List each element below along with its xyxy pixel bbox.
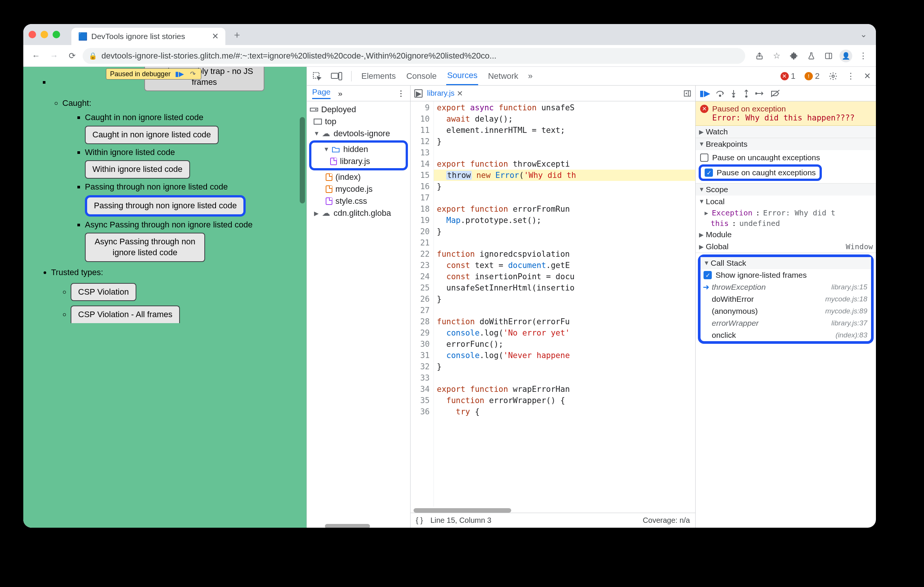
tree-deployed[interactable]: Deployed (307, 104, 410, 116)
step-over-button[interactable] (716, 90, 724, 97)
scope-local[interactable]: ▼Local (696, 196, 876, 207)
button-passing-through[interactable]: Passing through non ignore listed code (85, 195, 246, 217)
devtools-menu-icon[interactable]: ⋮ (846, 71, 855, 81)
scope-global[interactable]: ▶Global Window (696, 240, 876, 253)
button-async-passing[interactable]: Async Passing through non ignore listed … (85, 233, 205, 261)
call-stack-frame[interactable]: throwExceptionlibrary.js:15 (701, 281, 871, 293)
devtools-close-icon[interactable]: ✕ (864, 71, 871, 81)
pretty-print-icon[interactable]: { } (416, 516, 423, 525)
section-callstack: ▼Call Stack ✓ Show ignore-listed frames … (701, 257, 871, 341)
trusted-types-label: Trusted types: (51, 266, 297, 278)
minimize-window[interactable] (41, 31, 48, 38)
resume-button-inline[interactable]: ▮▶ (173, 70, 186, 78)
tree-top[interactable]: top (307, 116, 410, 128)
editor-tab-library[interactable]: library.js ✕ (427, 89, 463, 98)
highlight-call-stack: ▼Call Stack ✓ Show ignore-listed frames … (698, 255, 874, 344)
folder-open-icon (331, 145, 340, 154)
svg-rect-5 (339, 72, 342, 80)
toggle-navigator-icon[interactable]: ▶ (414, 89, 422, 98)
toolbar-right: ☆ 👤 ⋮ (752, 48, 871, 63)
settings-icon[interactable] (828, 72, 838, 81)
lock-icon[interactable]: 🔒 (89, 52, 97, 60)
checkbox-on-icon: ✓ (705, 169, 713, 177)
tree-cdn[interactable]: ▶ ☁ cdn.glitch.globa (307, 207, 410, 219)
caught-label: Caught: (62, 97, 297, 109)
button-caught-non-ignore[interactable]: Caught in non ignore listed code (85, 126, 219, 144)
code-editor[interactable]: 9101112131415161718192021222324252627282… (411, 101, 695, 507)
chrome-menu-icon[interactable]: ⋮ (856, 48, 871, 63)
show-ignore-listed-checkbox[interactable]: ✓ Show ignore-listed frames (701, 269, 871, 281)
code-horizontal-scrollbar[interactable] (411, 507, 695, 513)
browser-tab[interactable]: 🟦 DevTools ignore list stories ✕ (71, 28, 225, 45)
resume-button[interactable]: ▮▶ (700, 89, 710, 98)
extensions-icon[interactable] (787, 48, 802, 63)
call-stack-frame[interactable]: errorWrapperlibrary.js:37 (701, 317, 871, 329)
checkbox-on-icon: ✓ (703, 271, 712, 279)
inspect-icon[interactable] (312, 71, 322, 81)
step-out-button[interactable] (742, 89, 750, 98)
tree-library-js[interactable]: library.js (311, 155, 406, 168)
tree-mycode[interactable]: mycode.js (307, 183, 410, 195)
close-tab-icon[interactable]: ✕ (212, 31, 219, 41)
scope-exception[interactable]: ▶ Exception: Error: Why did t (696, 207, 876, 218)
highlight-hidden-folder: ▼ hidden library.js (309, 140, 408, 170)
omnibox[interactable]: 🔒 devtools-ignore-list-stories.glitch.me… (82, 48, 745, 64)
share-icon[interactable] (752, 48, 767, 63)
labs-icon[interactable] (804, 48, 819, 63)
bookmark-icon[interactable]: ☆ (769, 48, 784, 63)
call-stack-frame[interactable]: onclick(index):83 (701, 329, 871, 341)
more-panels-icon[interactable]: » (528, 71, 533, 81)
call-stack-frame[interactable]: (anonymous)mycode.js:89 (701, 305, 871, 317)
pause-on-caught-checkbox[interactable]: ✓ Pause on caught exceptions (702, 168, 818, 178)
new-tab-button[interactable]: ＋ (230, 27, 244, 42)
code-editor-pane: ▶ library.js ✕ 910111213141516171819202 (411, 86, 696, 528)
navigator-pane: Page » ⋮ Deployed top (307, 86, 411, 528)
close-editor-tab-icon[interactable]: ✕ (457, 89, 463, 98)
browser-window: 🟦 DevTools ignore list stories ✕ ＋ ⌄ ← →… (23, 24, 876, 528)
call-stack-frame[interactable]: doWithErrormycode.js:18 (701, 293, 871, 305)
button-within-ignore[interactable]: Within ignore listed code (85, 160, 190, 179)
tree-style[interactable]: style.css (307, 195, 410, 207)
panel-sources[interactable]: Sources (446, 67, 478, 85)
sidepanel-icon[interactable] (821, 48, 836, 63)
item-label-1: Within ignore listed code (85, 148, 175, 157)
profile-button[interactable]: 👤 (838, 48, 853, 63)
panel-console[interactable]: Console (406, 67, 437, 85)
pause-on-uncaught-checkbox[interactable]: Pause on uncaught exceptions (697, 151, 874, 164)
gutter: 9101112131415161718192021222324252627282… (411, 101, 434, 507)
back-button[interactable]: ← (28, 48, 44, 63)
panel-network[interactable]: Network (487, 67, 519, 85)
warning-count[interactable]: !2 (805, 71, 820, 81)
cloud-icon: ☁ (322, 209, 330, 218)
maximize-window[interactable] (53, 31, 60, 38)
scope-module[interactable]: ▶Module (696, 229, 876, 240)
svg-point-13 (746, 96, 747, 97)
button-csp-violation-all[interactable]: CSP Violation - All frames (71, 306, 180, 323)
device-icon[interactable] (331, 72, 342, 80)
toggle-sidebar-icon[interactable] (683, 89, 691, 98)
step-into-button[interactable] (730, 89, 738, 98)
nav-tab-page[interactable]: Page (312, 87, 330, 99)
nav-horizontal-scrollbar[interactable] (307, 522, 410, 528)
tabs-menu-icon[interactable]: ⌄ (860, 30, 871, 39)
deactivate-breakpoints-button[interactable] (771, 89, 780, 98)
close-window[interactable] (28, 31, 36, 38)
page-scrollbar[interactable] (300, 117, 305, 204)
content-row: Paused in debugger ▮▶ ↷ WebAssembly trap… (23, 67, 876, 528)
panel-elements[interactable]: Elements (361, 67, 397, 85)
tree-origin[interactable]: ▼ ☁ devtools-ignore (307, 128, 410, 140)
step-button[interactable] (755, 90, 765, 97)
navigator-tabs: Page » ⋮ (307, 86, 410, 101)
nav-menu-icon[interactable]: ⋮ (397, 89, 405, 98)
button-csp-violation[interactable]: CSP Violation (71, 283, 136, 301)
error-count[interactable]: ✕1 (780, 71, 795, 81)
cursor-position: Line 15, Column 3 (431, 516, 491, 525)
nav-more-icon[interactable]: » (338, 89, 343, 98)
tree-index[interactable]: (index) (307, 171, 410, 183)
script-icon (330, 158, 337, 165)
step-over-inline[interactable]: ↷ (188, 70, 197, 78)
tree-hidden-folder[interactable]: ▼ hidden (311, 143, 406, 155)
reload-button[interactable]: ⟳ (64, 48, 80, 63)
deployed-icon (310, 108, 318, 112)
code-lines: export async function unsafeS await dela… (434, 101, 695, 507)
